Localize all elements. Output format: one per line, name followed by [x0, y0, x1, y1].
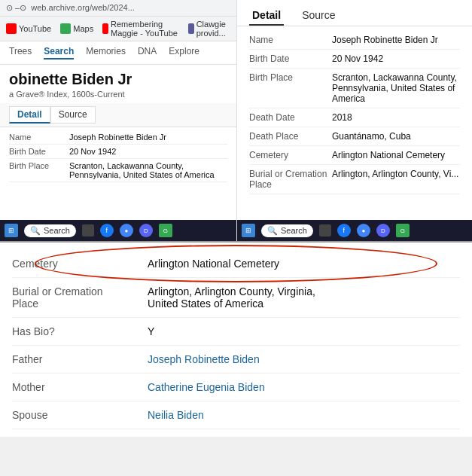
bottom-label-cemetery: Cemetery [12, 258, 148, 270]
tab-detail-right[interactable]: Detail [249, 6, 284, 26]
taskbar-fb-left[interactable]: f [100, 224, 114, 237]
bottom-record-table: Cemetery Arlington National Cemetery Bur… [0, 250, 472, 429]
right-value-name: Joseph Robinette Biden Jr [332, 35, 460, 45]
detail-source-tabs-left: Detail Source [0, 103, 236, 127]
tab-dna[interactable]: DNA [138, 46, 157, 60]
right-record-deathdate: Death Date 2018 [249, 108, 460, 127]
right-label-burial: Burial or Cremation Place [249, 169, 332, 190]
right-label-cemetery: Cemetery [249, 150, 332, 160]
maps-favicon-icon [60, 23, 71, 34]
taskbar-extra-left: G [159, 224, 172, 237]
taskbar-fb-right[interactable]: f [337, 224, 351, 237]
record-table-left: Name Joseph Robinette Biden Jr Birth Dat… [0, 127, 236, 185]
bookmark-maggie-label: Remembering Maggie - YouTube [111, 20, 179, 38]
tab-source-right[interactable]: Source [299, 6, 338, 26]
right-value-burial: Arlington, Arlington County, Vi... [332, 169, 460, 179]
right-label-deathdate: Death Date [249, 112, 332, 123]
page-title-left: obinette Biden Jr [0, 65, 236, 90]
bottom-record-cemetery: Cemetery Arlington National Cemetery [12, 250, 460, 278]
right-record-burial: Burial or Cremation Place Arlington, Arl… [249, 165, 460, 194]
top-section: ⊙ –⊙ web.archive.org/web/2024... YouTube… [0, 0, 472, 241]
right-value-birthdate: 20 Nov 1942 [332, 53, 460, 64]
left-value-name: Joseph Robinette Biden Jr [69, 133, 227, 142]
bottom-record-burial: Burial or CremationPlace Arlington, Arli… [12, 278, 460, 318]
bottom-value-cemetery: Arlington National Cemetery [148, 258, 460, 270]
taskbar-right: ⊞ 🔍 Search f ● D G [237, 220, 472, 241]
right-label-deathplace: Death Place [249, 131, 332, 142]
bottom-label-spouse: Spouse [12, 409, 148, 421]
bookmark-maps-label: Maps [73, 24, 93, 33]
bookmark-youtube-label: YouTube [19, 24, 51, 33]
bottom-label-hasbio: Has Bio? [12, 325, 148, 337]
bookmark-maps[interactable]: Maps [60, 23, 93, 34]
right-label-birthdate: Birth Date [249, 53, 332, 64]
taskbar-left: ⊞ 🔍 Search f ● D G [0, 220, 236, 241]
bookmark-maggie[interactable]: Remembering Maggie - YouTube [102, 20, 179, 38]
nav-tabs-left: Trees Search Memories DNA Explore [0, 41, 236, 65]
right-label-birthplace: Birth Place [249, 72, 332, 83]
search-icon-left: 🔍 [30, 226, 41, 236]
right-record-name: Name Joseph Robinette Biden Jr [249, 31, 460, 50]
bottom-record-mother: Mother Catherine Eugenia Biden [12, 374, 460, 401]
taskbar-apps-right [319, 224, 331, 236]
right-record-birthdate: Birth Date 20 Nov 1942 [249, 50, 460, 69]
taskbar-search-label-left: Search [44, 226, 70, 235]
left-record-name: Name Joseph Robinette Biden Jr [9, 130, 227, 145]
bottom-value-father[interactable]: Joseph Robinette Biden [148, 353, 460, 365]
bottom-value-mother[interactable]: Catherine Eugenia Biden [148, 381, 460, 393]
tab-explore[interactable]: Explore [169, 46, 199, 60]
clawgie-favicon-icon [188, 23, 194, 34]
tab-source-left[interactable]: Source [50, 106, 96, 124]
right-value-deathplace: Guantánamo, Cuba [332, 131, 460, 142]
left-label-name: Name [9, 133, 69, 142]
bottom-label-burial: Burial or CremationPlace [12, 285, 148, 310]
right-label-name: Name [249, 35, 332, 45]
taskbar-chrome-left[interactable]: ● [120, 224, 133, 237]
right-value-deathdate: 2018 [332, 112, 460, 123]
detail-source-tabs-right: Detail Source [237, 0, 472, 26]
taskbar-extra-right: G [396, 224, 410, 237]
tab-trees[interactable]: Trees [9, 46, 32, 60]
page-subtitle-left: a Grave® Index, 1600s-Current [0, 90, 236, 103]
left-label-birthplace: Birth Place [9, 161, 69, 179]
right-record-deathplace: Death Place Guantánamo, Cuba [249, 127, 460, 146]
tab-memories[interactable]: Memories [86, 46, 126, 60]
bookmark-bar-left: YouTube Maps Remembering Maggie - YouTub… [0, 17, 236, 41]
bottom-label-mother: Mother [12, 381, 148, 393]
left-label-birthdate: Birth Date [9, 147, 69, 156]
bookmark-clawgie-label: Clawgie provid... [196, 20, 230, 38]
taskbar-search-right[interactable]: 🔍 Search [261, 224, 313, 237]
right-value-cemetery: Arlington National Cemetery [332, 150, 460, 160]
start-button-left[interactable]: ⊞ [5, 224, 18, 237]
bookmark-clawgie[interactable]: Clawgie provid... [188, 20, 230, 38]
bottom-record-father: Father Joseph Robinette Biden [12, 346, 460, 374]
tab-search[interactable]: Search [44, 46, 74, 60]
bookmark-youtube[interactable]: YouTube [6, 23, 51, 34]
bottom-value-spouse[interactable]: Neilia Biden [148, 409, 460, 421]
right-value-birthplace: Scranton, Lackawanna County, Pennsylvani… [332, 72, 460, 104]
taskbar-apps-left [82, 224, 94, 236]
taskbar-search-label-right: Search [281, 226, 307, 235]
left-record-birthdate: Birth Date 20 Nov 1942 [9, 145, 227, 159]
bottom-record-spouse: Spouse Neilia Biden [12, 401, 460, 429]
bottom-label-father: Father [12, 353, 148, 365]
taskbar-discord-left[interactable]: D [139, 224, 153, 237]
maggie-favicon-icon [102, 23, 108, 34]
record-table-right: Name Joseph Robinette Biden Jr Birth Dat… [237, 26, 472, 199]
start-button-right[interactable]: ⊞ [242, 224, 255, 237]
bottom-value-burial: Arlington, Arlington County, Virginia,Un… [148, 285, 460, 310]
left-value-birthplace: Scranton, Lackawanna County, Pennsylvani… [69, 161, 227, 179]
browser-url-left: ⊙ –⊙ web.archive.org/web/2024... [0, 0, 236, 17]
left-panel: ⊙ –⊙ web.archive.org/web/2024... YouTube… [0, 0, 237, 241]
taskbar-discord-right[interactable]: D [376, 224, 390, 237]
right-record-cemetery: Cemetery Arlington National Cemetery [249, 146, 460, 165]
left-record-birthplace: Birth Place Scranton, Lackawanna County,… [9, 159, 227, 182]
right-record-birthplace: Birth Place Scranton, Lackawanna County,… [249, 69, 460, 108]
bottom-record-hasbio: Has Bio? Y [12, 318, 460, 346]
bottom-value-hasbio: Y [148, 325, 460, 337]
bottom-section: Cemetery Arlington National Cemetery Bur… [0, 243, 472, 437]
taskbar-search-left[interactable]: 🔍 Search [24, 224, 76, 237]
taskbar-chrome-right[interactable]: ● [357, 224, 370, 237]
tab-detail-left[interactable]: Detail [9, 106, 50, 124]
search-icon-right: 🔍 [267, 226, 278, 236]
